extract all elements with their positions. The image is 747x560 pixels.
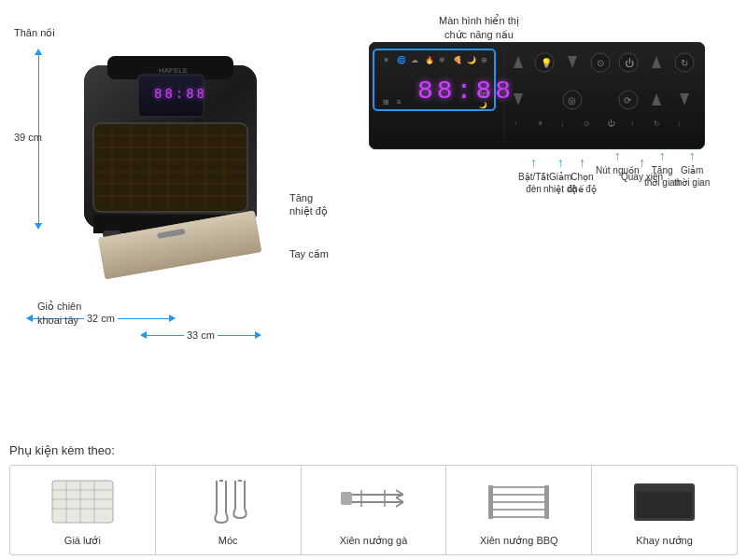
svg-text:🌙: 🌙 [479, 101, 487, 109]
svg-text:🌙: 🌙 [467, 55, 476, 64]
svg-text:⏻: ⏻ [607, 119, 615, 128]
khay-icon [627, 473, 702, 529]
control-panel: ☀ 🌀 ☁ 🔥 ❄ 🍕 🌙 ⊕ ⊞ ≡ 88:88 °C 🌙 [369, 42, 705, 152]
svg-text:↑: ↑ [514, 119, 517, 128]
khay-name: Khay nướng [636, 535, 692, 547]
svg-text:°C: °C [479, 91, 489, 100]
accessories-grid: Giá lưới [9, 465, 738, 555]
diagram-area: Thân nồi 39 cm [9, 9, 738, 401]
moc-name: Móc [218, 535, 238, 546]
label-33cm-group: 33 cm [140, 329, 261, 341]
arrow-down-39cm [35, 223, 42, 230]
svg-rect-100 [637, 486, 692, 492]
label-33cm: 33 cm [184, 329, 218, 341]
svg-text:◎: ◎ [568, 95, 576, 105]
label-tang-nhiet: Tăng nhiệt độ [289, 191, 328, 218]
arrow-left-32cm [26, 315, 33, 322]
label-tay-cam: Tay cầm [289, 247, 329, 260]
svg-rect-69 [52, 481, 113, 523]
arrow-right-33cm [255, 331, 261, 339]
line-33cm-left [147, 335, 184, 336]
svg-text:↻: ↻ [681, 58, 688, 68]
accessory-xien-ga: Xiên nướng gà [302, 466, 447, 554]
svg-text:⊕: ⊕ [481, 56, 487, 64]
svg-text:↻: ↻ [654, 119, 660, 128]
svg-text:≡: ≡ [397, 98, 402, 106]
svg-text:⏻: ⏻ [625, 58, 634, 68]
svg-text:❄: ❄ [439, 56, 445, 64]
svg-rect-97 [544, 485, 549, 519]
main-container: Thân nồi 39 cm [0, 0, 747, 560]
svg-text:☁: ☁ [411, 56, 418, 64]
xien-ga-icon [336, 473, 411, 529]
accessories-section: Phụ kiện kèm theo: Giá lưới [9, 443, 738, 555]
xien-ga-name: Xiên nướng gà [340, 535, 408, 547]
svg-text:↓: ↓ [677, 119, 681, 128]
accessory-moc: Móc [156, 466, 302, 554]
product-left: Thân nồi 39 cm [9, 9, 364, 401]
line-33cm-right [218, 335, 255, 336]
line-32cm-right [118, 318, 169, 319]
label-than-noi: Thân nồi [14, 26, 55, 39]
control-panel-svg: ☀ 🌀 ☁ 🔥 ❄ 🍕 🌙 ⊕ ⊞ ≡ 88:88 °C 🌙 [369, 42, 705, 149]
label-man-hinh: Màn hình hiển thị chức năng nấu [439, 14, 519, 43]
label-giam-thoi-gian: ↑ Giảm thời gian [674, 147, 710, 189]
xien-bbq-icon [482, 473, 557, 529]
accessory-xien-bbq: Xiên nướng BBQ [446, 466, 592, 554]
svg-text:💡: 💡 [541, 57, 553, 69]
svg-text:☀: ☀ [383, 56, 389, 64]
xien-bbq-name: Xiên nướng BBQ [480, 535, 558, 547]
gia-luoi-icon [45, 473, 120, 529]
svg-text:🌀: 🌀 [397, 55, 406, 64]
arrow-up-39cm [35, 49, 42, 55]
svg-rect-96 [488, 485, 493, 519]
svg-text:☀: ☀ [537, 119, 543, 128]
svg-text:88:88: 88:88 [417, 77, 514, 105]
svg-text:⟳: ⟳ [624, 95, 632, 105]
svg-rect-88 [341, 492, 352, 505]
svg-text:HAFELE: HAFELE [159, 66, 188, 75]
airfryer-svg: HAFELE 88:88 [56, 47, 299, 317]
svg-text:⊙: ⊙ [597, 58, 604, 68]
svg-text:↓: ↓ [560, 119, 564, 128]
svg-text:↑: ↑ [630, 119, 634, 128]
label-32cm: 32 cm [84, 313, 118, 324]
svg-text:🔥: 🔥 [425, 55, 434, 64]
moc-icon [190, 473, 265, 529]
accessories-title: Phụ kiện kèm theo: [9, 443, 738, 457]
label-39cm: 39 cm [14, 131, 42, 144]
arrow-right-32cm [169, 315, 176, 322]
svg-text:88:88: 88:88 [154, 87, 207, 102]
product-right: Màn hình hiển thị chức năng nấu [364, 9, 738, 401]
svg-text:⊞: ⊞ [383, 98, 389, 106]
svg-text:⊙: ⊙ [584, 119, 590, 128]
label-gio-chien: Giỏ chiên khoai tây [37, 300, 81, 327]
gia-luoi-name: Giá lưới [64, 535, 101, 547]
label-chon-che-do: ↑ Chọn chế độ [568, 154, 597, 195]
svg-text:🍕: 🍕 [453, 55, 462, 64]
airfryer-image: HAFELE 88:88 [56, 47, 299, 308]
accessory-gia-luoi: Giá lưới [10, 466, 156, 554]
arrow-left-33cm [140, 331, 147, 339]
accessory-khay: Khay nướng [592, 466, 737, 554]
